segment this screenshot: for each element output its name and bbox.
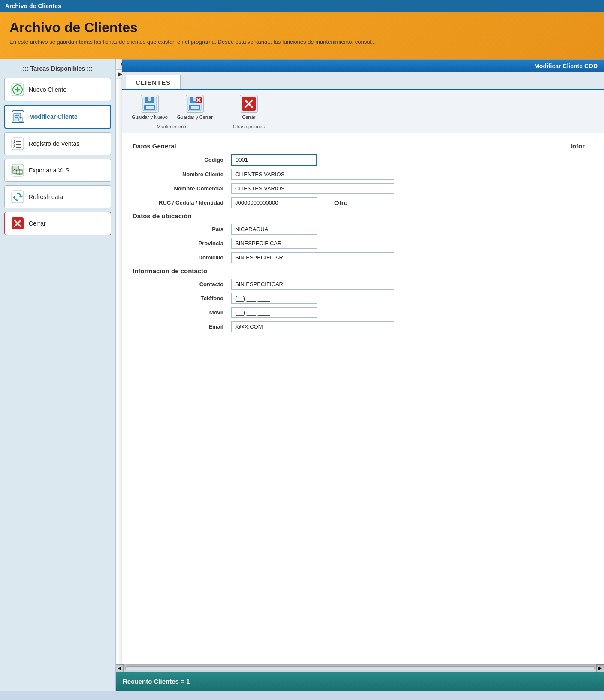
cerrar-sidebar-button[interactable]: Cerrar xyxy=(4,212,111,235)
svg-rect-11 xyxy=(19,119,21,120)
datos-ubicacion-section: Datos de ubicación País : Provincia : Do… xyxy=(133,212,593,263)
title-bar: Archivo de Clientes xyxy=(0,0,604,12)
main-layout: ::: Tareas Disponibles ::: Nuevo Cliente xyxy=(0,59,604,691)
list-icon: 1 2 3 xyxy=(11,137,24,151)
bottom-bar: Recuento Clientes = 1 xyxy=(116,672,604,691)
email-input[interactable] xyxy=(231,321,394,332)
form-row-telefono: Teléfono : xyxy=(133,293,593,304)
save-close-icon xyxy=(186,95,204,113)
datos-general-title: Datos General xyxy=(133,142,593,150)
form-row-nombre-cliente: Nombre Cliente : xyxy=(133,169,593,180)
svg-rect-42 xyxy=(191,106,199,109)
otras-opciones-label: Otras opciones xyxy=(233,124,265,129)
datos-general-section: Datos General Infor Codigo : Nombre Clie… xyxy=(133,142,593,208)
toolbar-group-otras: Cerrar Otras opciones xyxy=(229,93,269,129)
cerrar-sidebar-label: Cerrar xyxy=(29,220,46,227)
refresh-data-button[interactable]: Refresh data xyxy=(4,185,111,208)
nuevo-cliente-label: Nuevo Cliente xyxy=(29,86,66,93)
guardar-nuevo-label: Guardar y Nuevo xyxy=(132,115,168,120)
toolbar-buttons-mantenimiento: Guardar y Nuevo xyxy=(129,93,215,121)
informacion-contacto-section: Informacion de contacto Contacto : Teléf… xyxy=(133,267,593,332)
codigo-label: Codigo : xyxy=(133,157,231,163)
ruc-input[interactable] xyxy=(231,197,317,208)
modal-content: Datos General Infor Codigo : Nombre Clie… xyxy=(122,133,604,664)
close-red-sidebar-icon xyxy=(11,217,24,230)
form-row-movil: Movil : xyxy=(133,307,593,318)
plus-circle-icon xyxy=(11,83,24,97)
scroll-left-arrow[interactable]: ◀ xyxy=(116,664,124,672)
domicilio-input[interactable] xyxy=(231,252,394,263)
nombre-cliente-input[interactable] xyxy=(231,169,394,180)
guardar-nuevo-button[interactable]: Guardar y Nuevo xyxy=(129,93,170,121)
pais-input[interactable] xyxy=(231,224,317,235)
provincia-input[interactable] xyxy=(231,238,317,249)
domicilio-label: Domicilio : xyxy=(133,254,231,261)
info-label: Infor xyxy=(571,142,585,150)
sidebar-title: ::: Tareas Disponibles ::: xyxy=(4,65,111,72)
nombre-comercial-input[interactable] xyxy=(231,183,394,194)
pais-label: País : xyxy=(133,226,231,232)
nuevo-cliente-button[interactable]: Nuevo Cliente xyxy=(4,78,111,101)
form-row-email: Email : xyxy=(133,321,593,332)
form-row-pais: País : xyxy=(133,224,593,235)
nombre-cliente-label: Nombre Cliente : xyxy=(133,171,231,178)
cerrar-modal-label: Cerrar xyxy=(242,115,255,120)
email-label: Email : xyxy=(133,323,231,330)
contacto-label: Contacto : xyxy=(133,281,231,287)
registro-ventas-label: Registro de Ventas xyxy=(29,140,79,147)
scroll-right-arrow[interactable]: ▶ xyxy=(596,664,604,672)
telefono-input[interactable] xyxy=(231,293,317,304)
ruc-label: RUC / Cedula / Identidad : xyxy=(133,199,231,206)
form-row-contacto: Contacto : xyxy=(133,279,593,290)
close-red-icon xyxy=(240,95,258,113)
modal-overlay: Modificar Cliente COD CLIENTES xyxy=(116,59,604,691)
refresh-icon xyxy=(11,190,24,204)
svg-rect-37 xyxy=(146,106,154,109)
tab-clientes-label: CLIENTES xyxy=(136,79,171,86)
form-row-domicilio: Domicilio : xyxy=(133,252,593,263)
codigo-input[interactable] xyxy=(231,154,317,166)
recuento-text: Recuento Clientes = 1 xyxy=(123,678,190,685)
modal-tabs: CLIENTES xyxy=(122,72,604,90)
modal-title-text: Modificar Cliente COD xyxy=(534,63,598,69)
mantenimiento-label: Mantenimiento xyxy=(157,124,187,129)
modificar-cliente-label: Modificar Cliente xyxy=(29,113,78,120)
scrollbar-area: ◀ ▶ xyxy=(116,664,604,672)
movil-input[interactable] xyxy=(231,307,317,318)
contacto-input[interactable] xyxy=(231,279,394,290)
form-row-ruc: RUC / Cedula / Identidad : Otro xyxy=(133,197,593,208)
movil-label: Movil : xyxy=(133,309,231,316)
title-bar-text: Archivo de Clientes xyxy=(5,3,61,9)
xls-icon: XLS xyxy=(11,163,24,177)
cerrar-modal-button[interactable]: Cerrar xyxy=(237,93,260,121)
modal-toolbar: Guardar y Nuevo xyxy=(122,90,604,133)
toolbar-buttons-otras: Cerrar xyxy=(237,93,260,121)
header-banner: Archivo de Clientes En este archivo se g… xyxy=(0,12,604,59)
form-row-nombre-comercial: Nombre Comercial : xyxy=(133,183,593,194)
header-description: En este archivo se guardan todas las fic… xyxy=(9,38,595,46)
exportar-xls-label: Exportar a XLS xyxy=(29,167,69,174)
otro-label: Otro xyxy=(334,199,348,206)
provincia-label: Provincia : xyxy=(133,240,231,247)
modal-window: Modificar Cliente COD CLIENTES xyxy=(122,59,604,664)
refresh-data-label: Refresh data xyxy=(29,193,63,200)
content-area: ▼ r ▶ 00 Modificar Cliente COD CLIENTES xyxy=(116,59,604,691)
nombre-comercial-label: Nombre Comercial : xyxy=(133,185,231,192)
form-row-provincia: Provincia : xyxy=(133,238,593,249)
telefono-label: Teléfono : xyxy=(133,295,231,302)
save-icon xyxy=(141,95,159,113)
form-row-codigo: Codigo : xyxy=(133,154,593,166)
registro-ventas-button[interactable]: 1 2 3 Registro de Ventas xyxy=(4,132,111,155)
toolbar-group-mantenimiento: Guardar y Nuevo xyxy=(129,93,224,129)
guardar-cerrar-label: Guardar y Cerrar xyxy=(177,115,213,120)
exportar-xls-button[interactable]: XLS Exportar a XLS xyxy=(4,159,111,182)
sidebar: ::: Tareas Disponibles ::: Nuevo Cliente xyxy=(0,59,116,691)
informacion-contacto-title: Informacion de contacto xyxy=(133,267,593,275)
edit-icon xyxy=(11,110,25,124)
datos-ubicacion-title: Datos de ubicación xyxy=(133,212,593,220)
tab-clientes[interactable]: CLIENTES xyxy=(126,75,181,89)
guardar-cerrar-button[interactable]: Guardar y Cerrar xyxy=(175,93,215,121)
header-title: Archivo de Clientes xyxy=(9,20,595,36)
modificar-cliente-button[interactable]: Modificar Cliente xyxy=(4,105,111,129)
scrollbar-track[interactable] xyxy=(125,666,595,670)
